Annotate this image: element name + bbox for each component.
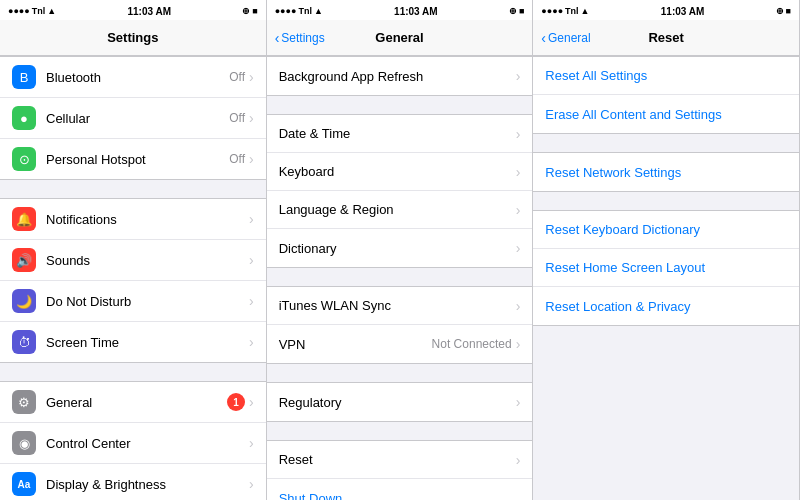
- language-label: Language & Region: [279, 202, 516, 217]
- vpn-label: VPN: [279, 337, 432, 352]
- wifi-icon-2: ▲: [314, 6, 323, 16]
- hotspot-item[interactable]: ⊙ Personal Hotspot Off ›: [0, 139, 266, 179]
- status-bar-3: ●●●● Tnl ▲ 11:03 AM ⊕ ■: [533, 0, 799, 20]
- signal-icon-2: ●●●●: [275, 6, 297, 16]
- screentime-icon: ⏱: [12, 330, 36, 354]
- status-bar-1: ●●●● Tnl ▲ 11:03 AM ⊕ ■: [0, 0, 266, 20]
- section-bg-refresh: Background App Refresh ›: [267, 56, 533, 96]
- controlcenter-item[interactable]: ◉ Control Center ›: [0, 423, 266, 464]
- controlcenter-label: Control Center: [46, 436, 249, 451]
- keyboard-item[interactable]: Keyboard ›: [267, 153, 533, 191]
- screentime-chevron: ›: [249, 334, 254, 350]
- bg-refresh-item[interactable]: Background App Refresh ›: [267, 57, 533, 95]
- section-regulatory: Regulatory ›: [267, 382, 533, 422]
- panel-general: ●●●● Tnl ▲ 11:03 AM ⊕ ■ ‹ Settings Gener…: [267, 0, 534, 500]
- location-icon-3: ⊕: [776, 6, 784, 16]
- section-locale: Date & Time › Keyboard › Language & Regi…: [267, 114, 533, 268]
- status-time-3: 11:03 AM: [661, 6, 705, 17]
- regulatory-item[interactable]: Regulatory ›: [267, 383, 533, 421]
- itunes-label: iTunes WLAN Sync: [279, 298, 516, 313]
- display-chevron: ›: [249, 476, 254, 492]
- nav-back-settings[interactable]: ‹ Settings: [275, 30, 325, 46]
- cellular-label: Cellular: [46, 111, 229, 126]
- nav-title-reset: Reset: [648, 30, 683, 45]
- hotspot-value: Off: [229, 152, 245, 166]
- reset-nav-chevron: ›: [516, 452, 521, 468]
- screentime-label: Screen Time: [46, 335, 249, 350]
- notifications-label: Notifications: [46, 212, 249, 227]
- screentime-item[interactable]: ⏱ Screen Time ›: [0, 322, 266, 362]
- reset-keyboard-item[interactable]: Reset Keyboard Dictionary: [533, 211, 799, 249]
- nav-back-label-2: General: [548, 31, 591, 45]
- notifications-icon: 🔔: [12, 207, 36, 231]
- nav-bar-settings: Settings: [0, 20, 266, 56]
- nav-back-general[interactable]: ‹ General: [541, 30, 590, 46]
- section-reset-network: Reset Network Settings: [533, 152, 799, 192]
- display-item[interactable]: Aa Display & Brightness ›: [0, 464, 266, 500]
- status-right-3: ⊕ ■: [776, 6, 791, 16]
- cellular-icon: ●: [12, 106, 36, 130]
- reset-network-item[interactable]: Reset Network Settings: [533, 153, 799, 191]
- cellular-value: Off: [229, 111, 245, 125]
- cellular-item[interactable]: ● Cellular Off ›: [0, 98, 266, 139]
- nav-back-label: Settings: [281, 31, 324, 45]
- erase-all-item[interactable]: Erase All Content and Settings: [533, 95, 799, 133]
- bluetooth-item[interactable]: B Bluetooth Off ›: [0, 57, 266, 98]
- status-time-1: 11:03 AM: [127, 6, 171, 17]
- location-icon-2: ⊕: [509, 6, 517, 16]
- dictionary-label: Dictionary: [279, 241, 516, 256]
- notifications-item[interactable]: 🔔 Notifications ›: [0, 199, 266, 240]
- section-reset-misc: Reset Keyboard Dictionary Reset Home Scr…: [533, 210, 799, 326]
- section-reset-shutdown: Reset › Shut Down: [267, 440, 533, 500]
- cellular-chevron: ›: [249, 110, 254, 126]
- hotspot-label: Personal Hotspot: [46, 152, 229, 167]
- notifications-chevron: ›: [249, 211, 254, 227]
- sounds-item[interactable]: 🔊 Sounds ›: [0, 240, 266, 281]
- sounds-chevron: ›: [249, 252, 254, 268]
- reset-all-settings-label: Reset All Settings: [545, 68, 787, 83]
- status-right-1: ⊕ ■: [242, 6, 257, 16]
- general-badge: 1: [227, 393, 245, 411]
- reset-nav-label: Reset: [279, 452, 516, 467]
- wifi-icon: ▲: [47, 6, 56, 16]
- signal-icon-3: ●●●●: [541, 6, 563, 16]
- bluetooth-icon: B: [12, 65, 36, 89]
- settings-list-1: B Bluetooth Off › ● Cellular Off › ⊙ Per…: [0, 56, 266, 500]
- wifi-icon-3: ▲: [581, 6, 590, 16]
- battery-icon-3: ■: [786, 6, 791, 16]
- regulatory-chevron: ›: [516, 394, 521, 410]
- bluetooth-chevron: ›: [249, 69, 254, 85]
- bluetooth-label: Bluetooth: [46, 70, 229, 85]
- vpn-value: Not Connected: [432, 337, 512, 351]
- nav-bar-general: ‹ Settings General: [267, 20, 533, 56]
- reset-homescreen-item[interactable]: Reset Home Screen Layout: [533, 249, 799, 287]
- reset-all-settings-item[interactable]: Reset All Settings: [533, 57, 799, 95]
- section-alerts: 🔔 Notifications › 🔊 Sounds › 🌙 Do Not Di…: [0, 198, 266, 363]
- nav-title-general: General: [375, 30, 423, 45]
- shutdown-item[interactable]: Shut Down: [267, 479, 533, 500]
- general-item[interactable]: ⚙ General 1 ›: [0, 382, 266, 423]
- section-device: ⚙ General 1 › ◉ Control Center › Aa Disp…: [0, 381, 266, 500]
- general-icon: ⚙: [12, 390, 36, 414]
- dnd-item[interactable]: 🌙 Do Not Disturb ›: [0, 281, 266, 322]
- reset-location-item[interactable]: Reset Location & Privacy: [533, 287, 799, 325]
- status-time-2: 11:03 AM: [394, 6, 438, 17]
- reset-location-label: Reset Location & Privacy: [545, 299, 787, 314]
- section-reset-all: Reset All Settings Erase All Content and…: [533, 56, 799, 134]
- datetime-chevron: ›: [516, 126, 521, 142]
- controlcenter-chevron: ›: [249, 435, 254, 451]
- general-label: General: [46, 395, 227, 410]
- dnd-chevron: ›: [249, 293, 254, 309]
- itunes-item[interactable]: iTunes WLAN Sync ›: [267, 287, 533, 325]
- dictionary-chevron: ›: [516, 240, 521, 256]
- reset-network-label: Reset Network Settings: [545, 165, 787, 180]
- language-item[interactable]: Language & Region ›: [267, 191, 533, 229]
- vpn-item[interactable]: VPN Not Connected ›: [267, 325, 533, 363]
- sounds-label: Sounds: [46, 253, 249, 268]
- datetime-item[interactable]: Date & Time ›: [267, 115, 533, 153]
- shutdown-label: Shut Down: [279, 491, 521, 501]
- section-network: iTunes WLAN Sync › VPN Not Connected ›: [267, 286, 533, 364]
- dnd-icon: 🌙: [12, 289, 36, 313]
- dictionary-item[interactable]: Dictionary ›: [267, 229, 533, 267]
- reset-nav-item[interactable]: Reset ›: [267, 441, 533, 479]
